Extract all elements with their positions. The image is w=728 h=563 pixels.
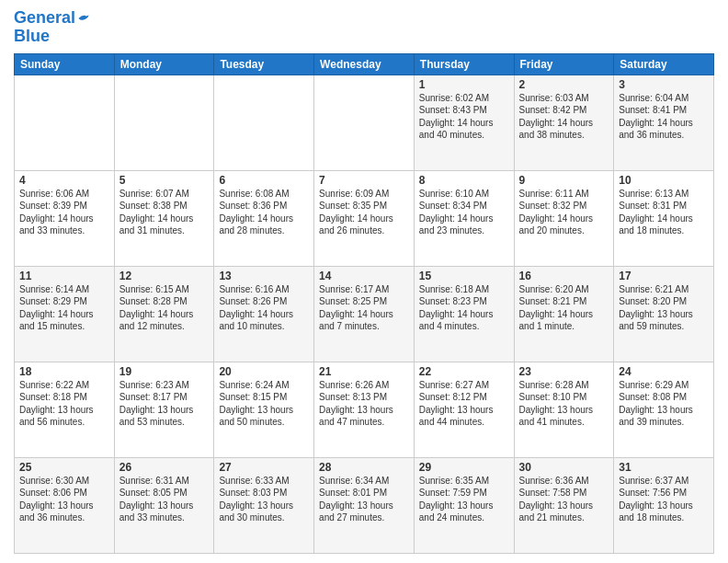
day-number: 22 — [419, 365, 509, 378]
calendar-cell: 7Sunrise: 6:09 AMSunset: 8:35 PMDaylight… — [314, 170, 415, 266]
day-info: Sunrise: 6:10 AMSunset: 8:34 PMDaylight:… — [419, 188, 509, 237]
calendar-cell: 19Sunrise: 6:23 AMSunset: 8:17 PMDayligh… — [114, 362, 214, 457]
calendar-row-4: 25Sunrise: 6:30 AMSunset: 8:06 PMDayligh… — [15, 457, 714, 553]
logo-line: General — [14, 9, 90, 28]
calendar-cell: 14Sunrise: 6:17 AMSunset: 8:25 PMDayligh… — [314, 266, 415, 362]
day-number: 30 — [519, 461, 609, 474]
calendar-cell: 27Sunrise: 6:33 AMSunset: 8:03 PMDayligh… — [214, 457, 314, 553]
day-info: Sunrise: 6:06 AMSunset: 8:39 PMDaylight:… — [19, 188, 109, 237]
calendar-cell: 30Sunrise: 6:36 AMSunset: 7:58 PMDayligh… — [514, 457, 614, 553]
calendar-cell: 16Sunrise: 6:20 AMSunset: 8:21 PMDayligh… — [514, 266, 614, 362]
weekday-header-tuesday: Tuesday — [214, 53, 314, 75]
calendar-cell: 10Sunrise: 6:13 AMSunset: 8:31 PMDayligh… — [614, 170, 714, 266]
weekday-header-friday: Friday — [514, 53, 614, 75]
calendar-cell: 31Sunrise: 6:37 AMSunset: 7:56 PMDayligh… — [614, 457, 714, 553]
calendar-cell: 9Sunrise: 6:11 AMSunset: 8:32 PMDaylight… — [514, 170, 614, 266]
logo-blue: Blue — [14, 28, 50, 46]
day-info: Sunrise: 6:23 AMSunset: 8:17 PMDaylight:… — [119, 379, 210, 429]
logo-text: General — [14, 9, 75, 28]
calendar-cell: 8Sunrise: 6:10 AMSunset: 8:34 PMDaylight… — [414, 170, 514, 266]
day-number: 26 — [119, 461, 210, 474]
day-number: 6 — [219, 174, 309, 187]
weekday-header-sunday: Sunday — [15, 53, 115, 75]
day-info: Sunrise: 6:16 AMSunset: 8:26 PMDaylight:… — [219, 283, 309, 333]
day-number: 23 — [519, 365, 609, 378]
day-info: Sunrise: 6:27 AMSunset: 8:12 PMDaylight:… — [419, 379, 509, 429]
weekday-header-saturday: Saturday — [614, 53, 714, 75]
day-number: 2 — [519, 78, 609, 91]
calendar-cell: 12Sunrise: 6:15 AMSunset: 8:28 PMDayligh… — [114, 266, 214, 362]
calendar-cell: 25Sunrise: 6:30 AMSunset: 8:06 PMDayligh… — [15, 457, 115, 553]
day-info: Sunrise: 6:17 AMSunset: 8:25 PMDaylight:… — [319, 283, 409, 333]
day-info: Sunrise: 6:20 AMSunset: 8:21 PMDaylight:… — [519, 283, 609, 333]
page: General Blue SundayMondayTuesdayWednesda… — [0, 0, 728, 563]
day-info: Sunrise: 6:29 AMSunset: 8:08 PMDaylight:… — [619, 379, 709, 429]
day-info: Sunrise: 6:30 AMSunset: 8:06 PMDaylight:… — [19, 475, 109, 524]
day-number: 24 — [619, 365, 709, 378]
calendar-cell: 18Sunrise: 6:22 AMSunset: 8:18 PMDayligh… — [15, 362, 115, 457]
day-info: Sunrise: 6:09 AMSunset: 8:35 PMDaylight:… — [319, 188, 409, 237]
calendar-cell: 22Sunrise: 6:27 AMSunset: 8:12 PMDayligh… — [414, 362, 514, 457]
logo: General Blue — [14, 9, 90, 46]
day-info: Sunrise: 6:18 AMSunset: 8:23 PMDaylight:… — [419, 283, 509, 333]
calendar-cell: 3Sunrise: 6:04 AMSunset: 8:41 PMDaylight… — [614, 75, 714, 170]
logo-bird-icon — [77, 13, 90, 24]
day-number: 10 — [619, 174, 709, 187]
day-number: 14 — [319, 270, 409, 282]
day-number: 20 — [219, 365, 309, 378]
day-number: 5 — [119, 174, 210, 187]
day-info: Sunrise: 6:02 AMSunset: 8:43 PMDaylight:… — [419, 92, 509, 142]
day-info: Sunrise: 6:07 AMSunset: 8:38 PMDaylight:… — [119, 188, 210, 237]
calendar-cell: 28Sunrise: 6:34 AMSunset: 8:01 PMDayligh… — [314, 457, 415, 553]
calendar-cell: 4Sunrise: 6:06 AMSunset: 8:39 PMDaylight… — [15, 170, 115, 266]
day-number: 25 — [19, 461, 109, 474]
day-info: Sunrise: 6:22 AMSunset: 8:18 PMDaylight:… — [19, 379, 109, 429]
day-info: Sunrise: 6:33 AMSunset: 8:03 PMDaylight:… — [219, 475, 309, 524]
calendar-cell: 13Sunrise: 6:16 AMSunset: 8:26 PMDayligh… — [214, 266, 314, 362]
calendar-cell: 23Sunrise: 6:28 AMSunset: 8:10 PMDayligh… — [514, 362, 614, 457]
header-row: SundayMondayTuesdayWednesdayThursdayFrid… — [15, 53, 714, 75]
day-number: 21 — [319, 365, 409, 378]
calendar-cell: 17Sunrise: 6:21 AMSunset: 8:20 PMDayligh… — [614, 266, 714, 362]
day-number: 11 — [19, 270, 109, 282]
calendar-cell: 20Sunrise: 6:24 AMSunset: 8:15 PMDayligh… — [214, 362, 314, 457]
calendar-cell — [15, 75, 115, 170]
day-number: 1 — [419, 78, 509, 91]
calendar-row-2: 11Sunrise: 6:14 AMSunset: 8:29 PMDayligh… — [15, 266, 714, 362]
day-number: 9 — [519, 174, 609, 187]
day-info: Sunrise: 6:37 AMSunset: 7:56 PMDaylight:… — [619, 475, 709, 524]
day-number: 18 — [19, 365, 109, 378]
calendar-cell: 6Sunrise: 6:08 AMSunset: 8:36 PMDaylight… — [214, 170, 314, 266]
day-info: Sunrise: 6:26 AMSunset: 8:13 PMDaylight:… — [319, 379, 409, 429]
day-number: 28 — [319, 461, 409, 474]
day-number: 15 — [419, 270, 509, 282]
calendar-table: SundayMondayTuesdayWednesdayThursdayFrid… — [14, 53, 714, 554]
day-info: Sunrise: 6:04 AMSunset: 8:41 PMDaylight:… — [619, 92, 709, 142]
day-info: Sunrise: 6:13 AMSunset: 8:31 PMDaylight:… — [619, 188, 709, 237]
day-info: Sunrise: 6:35 AMSunset: 7:59 PMDaylight:… — [419, 475, 509, 524]
day-number: 12 — [119, 270, 210, 282]
day-number: 16 — [519, 270, 609, 282]
calendar-cell: 21Sunrise: 6:26 AMSunset: 8:13 PMDayligh… — [314, 362, 415, 457]
day-info: Sunrise: 6:15 AMSunset: 8:28 PMDaylight:… — [119, 283, 210, 333]
day-number: 27 — [219, 461, 309, 474]
weekday-header-monday: Monday — [114, 53, 214, 75]
calendar-cell — [314, 75, 415, 170]
calendar-cell: 15Sunrise: 6:18 AMSunset: 8:23 PMDayligh… — [414, 266, 514, 362]
calendar-row-0: 1Sunrise: 6:02 AMSunset: 8:43 PMDaylight… — [15, 75, 714, 170]
calendar-cell: 26Sunrise: 6:31 AMSunset: 8:05 PMDayligh… — [114, 457, 214, 553]
day-info: Sunrise: 6:21 AMSunset: 8:20 PMDaylight:… — [619, 283, 709, 333]
header: General Blue — [14, 9, 714, 46]
day-number: 19 — [119, 365, 210, 378]
calendar-cell: 1Sunrise: 6:02 AMSunset: 8:43 PMDaylight… — [414, 75, 514, 170]
calendar-cell: 5Sunrise: 6:07 AMSunset: 8:38 PMDaylight… — [114, 170, 214, 266]
day-info: Sunrise: 6:03 AMSunset: 8:42 PMDaylight:… — [519, 92, 609, 142]
calendar-cell: 2Sunrise: 6:03 AMSunset: 8:42 PMDaylight… — [514, 75, 614, 170]
day-number: 3 — [619, 78, 709, 91]
calendar-cell — [114, 75, 214, 170]
calendar-cell: 29Sunrise: 6:35 AMSunset: 7:59 PMDayligh… — [414, 457, 514, 553]
day-number: 4 — [19, 174, 109, 187]
day-number: 29 — [419, 461, 509, 474]
day-number: 7 — [319, 174, 409, 187]
calendar-cell — [214, 75, 314, 170]
